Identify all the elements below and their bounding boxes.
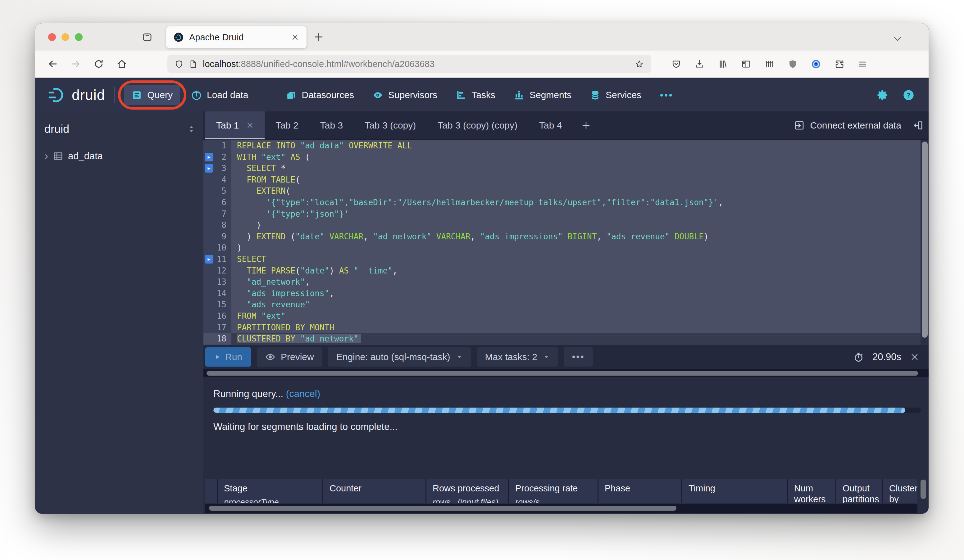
page-info-icon[interactable] [189,60,197,68]
window-close-button[interactable] [48,33,56,41]
cancel-link[interactable]: (cancel) [286,388,320,399]
containers-icon[interactable] [765,59,774,69]
nav-item-load-data[interactable]: Load data [184,85,256,105]
bookmark-star-icon[interactable] [635,60,643,68]
preview-button[interactable]: Preview [257,347,322,367]
table-column-spacer [205,479,218,503]
code-line-14: "ads_impressions", [231,288,928,299]
line-number: 16 [217,312,226,321]
column-sublabel: rows/s [515,498,596,503]
help-icon[interactable]: ? [903,89,914,101]
editor-code[interactable]: REPLACE INTO "ad_data" OVERWRITE ALLWITH… [231,140,928,345]
menu-icon[interactable] [858,59,868,69]
tab-close-icon[interactable] [246,122,254,129]
column-sublabel: processorType [224,498,321,503]
pocket-icon[interactable] [671,59,681,69]
gutter-line-8: 8 [204,219,231,231]
more-options-button[interactable]: ••• [564,347,593,367]
download-icon[interactable] [695,59,704,69]
sort-icon[interactable] [187,125,195,134]
column-label: Counter [329,483,423,494]
window-minimize-button[interactable] [62,33,69,41]
window-zoom-button[interactable] [75,33,83,41]
vertical-scrollbar-thumb[interactable] [920,480,926,499]
sql-editor[interactable]: 1▶2▶345678910▶1112131415161718 REPLACE I… [204,140,928,345]
results-panel: Running query... (cancel) Waiting for se… [204,377,928,514]
table-column-phase: Phase [598,479,682,503]
nav-item-datasources[interactable]: Datasources [278,85,361,105]
collapse-panel-icon[interactable] [913,120,923,131]
line-number: 8 [221,221,226,230]
horizontal-scrollbar-track [205,504,917,513]
run-fragment-icon[interactable]: ▶ [205,255,213,263]
reload-icon[interactable] [93,58,104,69]
nav-item-tasks[interactable]: Tasks [448,85,503,105]
line-number: 10 [217,243,226,252]
pane-splitter [204,369,928,377]
column-label: Timing [689,483,785,494]
tab-close-icon[interactable] [291,33,299,41]
query-tab-tab-1[interactable]: Tab 1 [205,112,265,140]
sidebar-item-ad-data[interactable]: › ad_data [44,151,195,162]
gutter-line-2: ▶2 [204,151,231,163]
editor-scrollbar-thumb[interactable] [922,141,928,338]
column-label: Phase [605,483,679,494]
run-fragment-icon[interactable]: ▶ [205,164,213,173]
druid-console: druid QueryLoad dataDatasourcesSuperviso… [35,78,928,514]
editor-gutter: 1▶2▶345678910▶1112131415161718 [204,140,231,345]
ublock-origin-icon[interactable] [788,59,798,69]
sidebar-toggle-icon[interactable] [741,59,751,69]
gutter-line-14: 14 [204,288,231,299]
line-number: 12 [217,266,226,275]
max-tasks-dropdown[interactable]: Max tasks: 2 [477,347,558,367]
line-number: 17 [217,323,226,332]
line-number: 6 [221,198,226,207]
browser-tab[interactable]: Apache Druid [166,26,306,48]
line-number: 5 [221,186,226,196]
back-icon[interactable] [47,58,58,69]
close-icon[interactable] [910,352,919,362]
code-line-11: SELECT [231,253,928,265]
nav-item-query[interactable]: Query [124,85,180,105]
run-button[interactable]: Run [205,347,251,367]
query-tab-tab-3[interactable]: Tab 3 [309,112,354,140]
new-tab-icon[interactable] [313,32,324,42]
line-number: 14 [217,289,226,298]
url-bar[interactable]: localhost:8888/unified-console.html#work… [168,55,651,73]
timer-area: 20.90s [853,351,919,363]
druid-logo[interactable]: druid [46,87,105,103]
query-tab-tab-3-copy[interactable]: Tab 3 (copy) [354,112,427,140]
query-tab-tab-3-copy-copy[interactable]: Tab 3 (copy) (copy) [427,112,528,140]
engine-dropdown[interactable]: Engine: auto (sql-msq-task) [328,347,471,367]
line-number: 1 [221,141,226,150]
line-number: 4 [221,175,226,184]
onepassword-icon[interactable] [811,59,821,69]
nav-item-more[interactable]: ••• [653,85,677,105]
table-column-num-workers: Num workers [788,479,836,503]
nav-item-segments[interactable]: Segments [506,85,579,105]
chevron-right-icon[interactable]: › [44,151,48,161]
extensions-icon[interactable] [834,59,844,69]
editor-scrollbar-track [920,140,928,345]
home-icon[interactable] [116,58,127,69]
gear-icon[interactable] [877,89,889,101]
gutter-line-12: 12 [204,265,231,277]
nav-item-supervisors[interactable]: Supervisors [365,85,445,105]
forward-icon[interactable] [70,58,81,69]
caret-down-icon [456,354,463,360]
list-all-tabs-icon[interactable] [892,34,902,44]
firefox-view-icon[interactable] [142,32,153,42]
query-tab-tab-4[interactable]: Tab 4 [528,112,573,140]
gutter-line-3: ▶3 [204,163,231,174]
shield-icon[interactable] [175,60,183,68]
query-tab-tab-2[interactable]: Tab 2 [265,112,309,140]
new-query-tab-button[interactable] [581,121,591,130]
run-fragment-icon[interactable]: ▶ [205,153,213,161]
code-line-16: FROM "ext" [231,310,928,322]
horizontal-scrollbar-thumb[interactable] [209,506,676,511]
connect-external-data-button[interactable]: Connect external data [795,120,901,131]
library-icon[interactable] [718,59,728,69]
nav-item-services[interactable]: Services [583,85,649,105]
column-label: Stage [224,483,321,494]
splitter-handle[interactable] [207,371,918,376]
